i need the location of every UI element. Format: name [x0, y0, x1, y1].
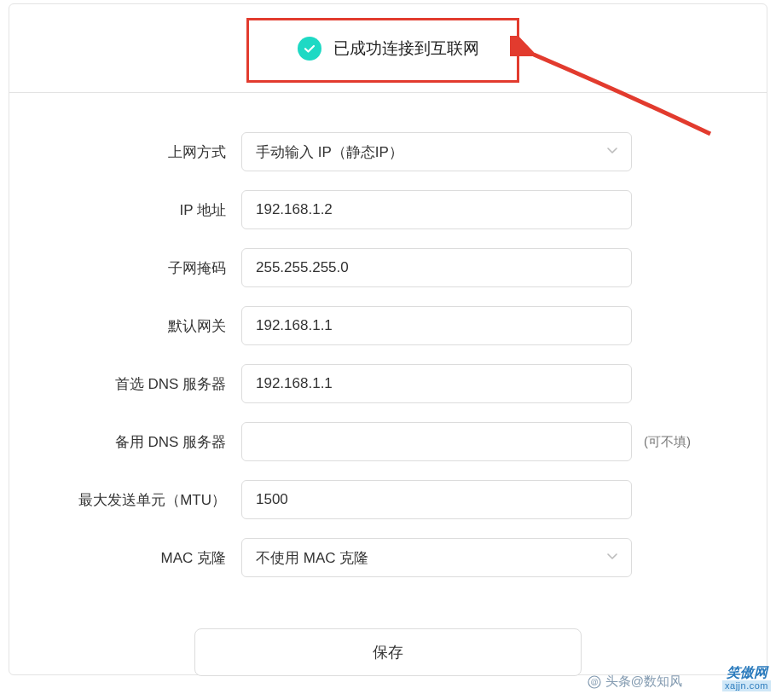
- label-mac: MAC 克隆: [9, 548, 241, 568]
- secondary-dns-input[interactable]: [241, 422, 632, 461]
- save-button[interactable]: 保存: [194, 628, 582, 676]
- label-mask: 子网掩码: [9, 258, 241, 278]
- select-mode-value: 手动输入 IP（静态IP）: [256, 142, 403, 162]
- select-mac-value: 不使用 MAC 克隆: [256, 548, 368, 568]
- row-gateway: 默认网关: [9, 306, 767, 345]
- subnet-mask-input[interactable]: [241, 248, 632, 287]
- watermark-xajjn-url: xajjn.com: [722, 680, 771, 691]
- network-form: 上网方式 手动输入 IP（静态IP） IP 地址 子网掩码 默认: [9, 93, 767, 676]
- watermark-toutiao: @ 头条@数知风: [587, 674, 682, 690]
- label-dns1: 首选 DNS 服务器: [9, 374, 241, 394]
- status-text: 已成功连接到互联网: [333, 38, 479, 60]
- row-dns1: 首选 DNS 服务器: [9, 364, 767, 403]
- label-mtu: 最大发送单元（MTU）: [9, 490, 241, 510]
- watermark-xajjn: 笑傲网 xajjn.com: [722, 665, 771, 691]
- status-bar: 已成功连接到互联网: [9, 4, 767, 93]
- row-dns2: 备用 DNS 服务器 (可不填): [9, 422, 767, 461]
- dns2-hint: (可不填): [644, 434, 691, 450]
- check-circle-icon: [298, 37, 321, 61]
- row-mode: 上网方式 手动输入 IP（静态IP）: [9, 132, 767, 171]
- connection-status: 已成功连接到互联网: [274, 28, 503, 69]
- ip-address-input[interactable]: [241, 190, 632, 229]
- save-row: 保存: [9, 628, 767, 676]
- row-mask: 子网掩码: [9, 248, 767, 287]
- select-connection-mode[interactable]: 手动输入 IP（静态IP）: [241, 132, 632, 171]
- select-mac-clone[interactable]: 不使用 MAC 克隆: [241, 538, 632, 577]
- label-mode: 上网方式: [9, 142, 241, 162]
- label-dns2: 备用 DNS 服务器: [9, 432, 241, 452]
- mtu-input[interactable]: [241, 480, 632, 519]
- watermark-toutiao-text: 头条@数知风: [605, 674, 682, 690]
- row-ip: IP 地址: [9, 190, 767, 229]
- watermark-xajjn-title: 笑傲网: [722, 665, 771, 680]
- gateway-input[interactable]: [241, 306, 632, 345]
- primary-dns-input[interactable]: [241, 364, 632, 403]
- label-ip: IP 地址: [9, 200, 241, 220]
- row-mtu: 最大发送单元（MTU）: [9, 480, 767, 519]
- label-gateway: 默认网关: [9, 316, 241, 336]
- row-mac: MAC 克隆 不使用 MAC 克隆: [9, 538, 767, 577]
- svg-text:@: @: [590, 678, 598, 686]
- settings-panel: 已成功连接到互联网 上网方式 手动输入 IP（静态IP） IP 地址 子网掩码: [9, 3, 767, 675]
